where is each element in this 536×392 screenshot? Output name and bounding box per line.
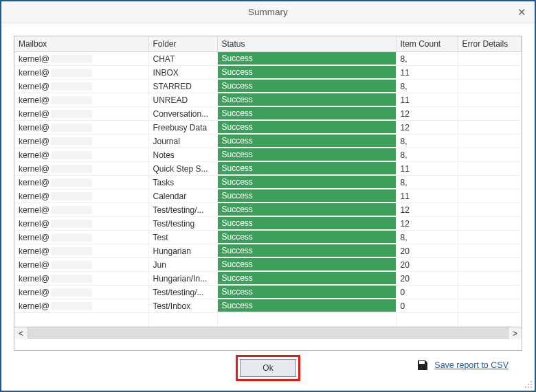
resize-grip[interactable] — [524, 380, 532, 388]
table-row[interactable]: kernel@Test/testing/...Success12 — [14, 203, 522, 217]
status-badge: Success — [218, 217, 396, 230]
table-row[interactable]: kernel@INBOXSuccess11 — [14, 66, 522, 80]
svg-rect-0 — [423, 362, 424, 364]
col-folder[interactable]: Folder — [148, 36, 217, 52]
col-item-count[interactable]: Item Count — [396, 36, 458, 52]
cell-status: Success — [217, 66, 396, 80]
cell-error-details — [458, 217, 522, 231]
status-badge: Success — [218, 286, 396, 299]
status-badge: Success — [218, 189, 396, 203]
cell-error-details — [458, 52, 522, 66]
cell-error-details — [458, 189, 522, 203]
table-row[interactable]: kernel@STARREDSuccess8, — [14, 80, 522, 93]
cell-item-count: 11 — [396, 93, 458, 107]
chevron-right-icon: > — [513, 329, 517, 338]
ok-button-label: Ok — [263, 363, 273, 373]
cell-folder: Quick Step S... — [148, 162, 217, 176]
cell-error-details — [458, 107, 522, 121]
cell-mailbox: kernel@ — [14, 258, 148, 272]
dialog-body: Mailbox Folder Status Item Count Error D… — [1, 23, 535, 391]
cell-folder: Journal — [148, 135, 217, 148]
cell-status: Success — [217, 231, 396, 244]
col-mailbox[interactable]: Mailbox — [14, 36, 148, 52]
save-report-group: Save report to CSV — [416, 359, 509, 371]
cell-mailbox: kernel@ — [14, 217, 148, 231]
cell-folder: Tasks — [148, 176, 217, 189]
cell-item-count: 8, — [396, 52, 458, 66]
table-row[interactable]: kernel@Test/testing/...Success0 — [14, 286, 522, 299]
cell-item-count: 12 — [396, 107, 458, 121]
cell-status: Success — [217, 217, 396, 231]
cell-folder: Calendar — [148, 189, 217, 203]
cell-error-details — [458, 80, 522, 93]
cell-status: Success — [217, 189, 396, 203]
dialog-footer: Ok Save report to CSV — [14, 351, 522, 385]
table-row[interactable]: kernel@JournalSuccess8, — [14, 135, 522, 148]
cell-folder: Test/testing/... — [148, 286, 217, 299]
table-row[interactable]: kernel@CHATSuccess8, — [14, 52, 522, 66]
col-error-details[interactable]: Error Details — [458, 36, 522, 52]
table-row[interactable]: kernel@HungarianSuccess20 — [14, 244, 522, 258]
cell-folder: Conversation... — [148, 107, 217, 121]
table-row[interactable]: kernel@Test/InboxSuccess0 — [14, 299, 522, 313]
table-row[interactable]: kernel@Freebusy DataSuccess12 — [14, 121, 522, 135]
status-badge: Success — [218, 244, 396, 257]
close-button[interactable]: ✕ — [509, 1, 535, 23]
cell-folder: Freebusy Data — [148, 121, 217, 135]
table-row[interactable]: kernel@TasksSuccess8, — [14, 176, 522, 189]
save-icon — [416, 359, 429, 371]
col-status[interactable]: Status — [217, 36, 396, 52]
cell-error-details — [458, 176, 522, 189]
cell-folder: Hungarian/In... — [148, 272, 217, 286]
cell-folder: STARRED — [148, 80, 217, 93]
cell-mailbox: kernel@ — [14, 286, 148, 299]
table-row[interactable]: kernel@UNREADSuccess11 — [14, 93, 522, 107]
status-badge: Success — [218, 66, 396, 79]
cell-error-details — [458, 272, 522, 286]
close-icon: ✕ — [517, 6, 526, 19]
scroll-track[interactable] — [28, 327, 508, 339]
cell-error-details — [458, 148, 522, 162]
table-row[interactable]: kernel@Test/testingSuccess12 — [14, 217, 522, 231]
table-row — [14, 313, 522, 327]
cell-status: Success — [217, 162, 396, 176]
cell-status: Success — [217, 258, 396, 272]
table-row[interactable]: kernel@CalendarSuccess11 — [14, 189, 522, 203]
table-row[interactable]: kernel@NotesSuccess8, — [14, 148, 522, 162]
cell-item-count: 8, — [396, 148, 458, 162]
status-badge: Success — [218, 80, 396, 93]
cell-item-count: 0 — [396, 299, 458, 313]
status-badge: Success — [218, 135, 396, 148]
status-badge: Success — [218, 231, 396, 244]
table-row[interactable]: kernel@Quick Step S...Success11 — [14, 162, 522, 176]
horizontal-scrollbar[interactable]: < > — [14, 327, 522, 339]
status-badge: Success — [218, 107, 396, 120]
cell-item-count: 20 — [396, 272, 458, 286]
table-row[interactable]: kernel@Conversation...Success12 — [14, 107, 522, 121]
cell-status: Success — [217, 272, 396, 286]
cell-folder: CHAT — [148, 52, 217, 66]
cell-item-count: 20 — [396, 258, 458, 272]
table-row[interactable]: kernel@TestSuccess8, — [14, 231, 522, 244]
status-badge: Success — [218, 258, 396, 271]
cell-status: Success — [217, 176, 396, 189]
table-row[interactable]: kernel@JunSuccess20 — [14, 258, 522, 272]
cell-error-details — [458, 93, 522, 107]
cell-mailbox: kernel@ — [14, 299, 148, 313]
status-badge: Success — [218, 162, 396, 175]
cell-item-count: 8, — [396, 176, 458, 189]
scroll-right-button[interactable]: > — [508, 327, 522, 339]
cell-error-details — [458, 66, 522, 80]
table-row[interactable]: kernel@Hungarian/In...Success20 — [14, 272, 522, 286]
cell-item-count: 20 — [396, 244, 458, 258]
cell-error-details — [458, 203, 522, 217]
cell-status: Success — [217, 286, 396, 299]
cell-mailbox: kernel@ — [14, 272, 148, 286]
results-table: Mailbox Folder Status Item Count Error D… — [14, 36, 522, 327]
scroll-left-button[interactable]: < — [14, 327, 28, 339]
cell-status: Success — [217, 121, 396, 135]
ok-button-highlight: Ok — [236, 355, 300, 381]
ok-button[interactable]: Ok — [240, 359, 296, 377]
results-grid: Mailbox Folder Status Item Count Error D… — [14, 36, 522, 351]
save-report-link[interactable]: Save report to CSV — [434, 360, 509, 370]
